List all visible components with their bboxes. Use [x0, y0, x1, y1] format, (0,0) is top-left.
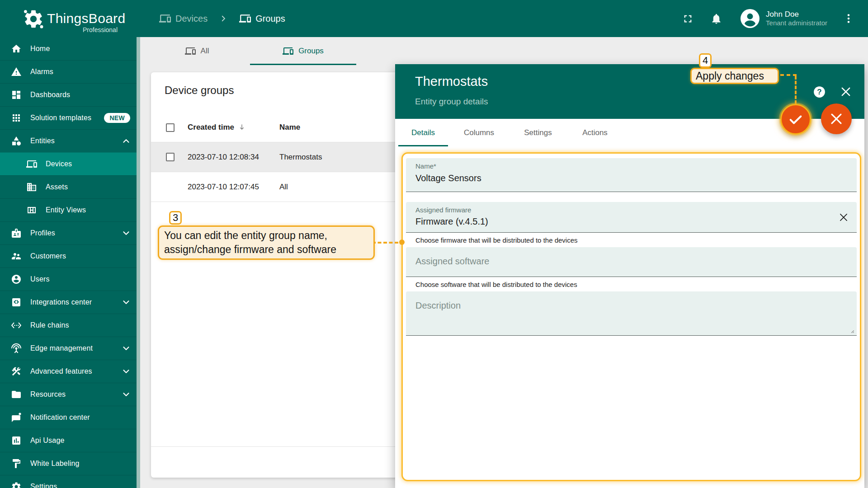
cell-created-time: 2023-07-10 12:07:45 [188, 183, 279, 192]
apps-grid-icon [11, 113, 22, 123]
resize-handle-icon[interactable] [847, 326, 854, 333]
entity-tabs: All Groups [144, 37, 356, 65]
sidebar-menu: Home Alarms Dashboards Solution template… [0, 37, 137, 488]
chevron-down-icon [121, 389, 131, 399]
annotation-step-number: 4 [699, 53, 712, 68]
sidebar-item-settings[interactable]: Settings [0, 475, 137, 488]
notification-message-icon [11, 412, 22, 423]
devices-icon [185, 46, 196, 56]
sidebar-item-label: Integrations center [30, 298, 92, 306]
tab-all[interactable]: All [144, 37, 250, 65]
folder-icon [11, 389, 22, 400]
tab-settings[interactable]: Settings [510, 119, 566, 146]
sidebar-item-label: Advanced features [30, 367, 92, 375]
sidebar-item-devices[interactable]: Devices [0, 152, 137, 175]
sidebar-item-profiles[interactable]: Profiles [0, 221, 137, 244]
paint-icon [11, 458, 22, 469]
sidebar-item-home[interactable]: Home [0, 37, 137, 60]
description-field-placeholder: Description [415, 300, 461, 311]
brand-edition: Professional [47, 26, 118, 33]
sidebar-item-rule-chains[interactable]: Rule chains [0, 314, 137, 337]
sidebar-scrollbar[interactable] [137, 37, 140, 488]
breadcrumb-groups[interactable]: Groups [239, 13, 285, 24]
more-vert-icon[interactable] [843, 13, 854, 24]
name-field[interactable]: Name* Voltage Sensors [406, 158, 857, 192]
tab-label: All [201, 47, 209, 56]
close-icon[interactable] [840, 85, 852, 98]
annotation-step-number: 3 [169, 211, 182, 225]
firmware-field-value: Firmware (v.4.5.1) [415, 216, 488, 227]
profiles-badge-icon [11, 228, 22, 239]
assigned-software-field[interactable]: Assigned software [406, 247, 857, 277]
sidebar-item-edge-management[interactable]: Edge management [0, 337, 137, 360]
tab-label: Groups [298, 47, 324, 56]
sidebar-item-users[interactable]: Users [0, 267, 137, 291]
new-badge: NEW [104, 113, 130, 123]
annotation-text-line: assign/change firmware and software [164, 243, 368, 257]
tools-icon [11, 366, 22, 377]
sidebar-item-integrations-center[interactable]: Integrations center [0, 291, 137, 314]
breadcrumb-devices[interactable]: Devices [159, 13, 208, 24]
tab-columns[interactable]: Columns [448, 119, 510, 146]
annotation-connector [780, 74, 797, 76]
alarm-warning-icon [11, 66, 22, 77]
clear-firmware-icon[interactable] [838, 211, 849, 223]
breadcrumb: Devices Groups [159, 13, 285, 24]
name-field-value: Voltage Sensors [415, 173, 481, 183]
sidebar-item-notification-center[interactable]: Notification center [0, 406, 137, 429]
sidebar-item-label: Notification center [30, 413, 90, 422]
fullscreen-icon[interactable] [682, 13, 694, 25]
tab-actions[interactable]: Actions [566, 119, 624, 146]
integrations-icon [11, 297, 22, 308]
annotation-text-line: You can edit the entity group name, [164, 229, 368, 243]
svg-text:?: ? [817, 88, 821, 96]
sidebar-item-solution-templates[interactable]: Solution templatesNEW [0, 106, 137, 129]
select-all-checkbox[interactable] [166, 123, 175, 132]
annotation-connector [795, 76, 797, 104]
sidebar-item-entity-views[interactable]: Entity Views [0, 198, 137, 221]
sidebar-item-entities[interactable]: Entities [0, 129, 137, 152]
rule-chains-icon [11, 320, 22, 331]
row-checkbox[interactable] [166, 153, 175, 161]
chevron-down-icon [121, 297, 131, 307]
user-menu[interactable]: John Doe Tenant administrator [766, 9, 827, 28]
logo[interactable]: ThingsBoard Professional [0, 0, 140, 37]
assigned-firmware-field[interactable]: Assigned firmware Firmware (v.4.5.1) [406, 202, 857, 233]
sidebar-item-label: Edge management [30, 344, 93, 352]
sidebar-item-label: Devices [46, 160, 72, 168]
avatar[interactable] [741, 9, 760, 28]
software-field-placeholder: Assigned software [415, 256, 489, 267]
tab-details[interactable]: Details [398, 119, 448, 146]
discard-changes-button[interactable] [821, 103, 852, 134]
help-icon[interactable]: ? [813, 86, 826, 98]
annotation-callout: You can edit the entity group name, assi… [158, 225, 375, 260]
tab-groups[interactable]: Groups [250, 37, 356, 65]
sidebar-item-white-labeling[interactable]: White Labeling [0, 452, 137, 475]
firmware-helper-text: Choose firmware that will be distributed… [415, 236, 578, 244]
sort-arrow-down-icon[interactable] [238, 123, 246, 131]
chevron-down-icon [121, 366, 131, 376]
cell-created-time: 2023-07-10 12:08:34 [188, 153, 279, 162]
software-helper-text: Choose software that will be distributed… [415, 281, 577, 288]
sidebar-item-label: Solution templates [30, 114, 91, 122]
column-header-created-time[interactable]: Created time [188, 123, 234, 132]
firmware-field-label: Assigned firmware [415, 206, 471, 214]
sidebar-item-dashboards[interactable]: Dashboards [0, 83, 137, 106]
sidebar-item-label: Alarms [30, 68, 53, 76]
customers-people-icon [11, 251, 22, 262]
page-title: Device groups [165, 84, 234, 97]
description-field[interactable]: Description [406, 291, 857, 336]
apply-changes-button[interactable] [780, 104, 811, 135]
chevron-down-icon [121, 343, 131, 353]
notifications-bell-icon[interactable] [710, 13, 722, 25]
sidebar-item-label: Entity Views [46, 206, 86, 214]
category-icon [11, 136, 22, 146]
sidebar-item-alarms[interactable]: Alarms [0, 60, 137, 83]
sidebar-item-customers[interactable]: Customers [0, 244, 137, 267]
sidebar-item-api-usage[interactable]: Api Usage [0, 429, 137, 452]
breadcrumb-label: Groups [255, 14, 285, 24]
sidebar-item-advanced-features[interactable]: Advanced features [0, 360, 137, 383]
devices-icon [283, 46, 293, 56]
sidebar-item-resources[interactable]: Resources [0, 383, 137, 406]
sidebar-item-assets[interactable]: Assets [0, 175, 137, 198]
